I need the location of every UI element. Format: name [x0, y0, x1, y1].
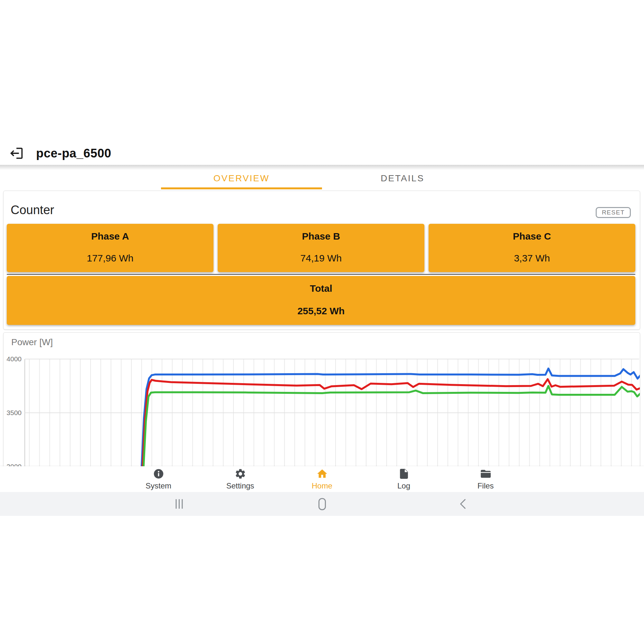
tab-overview[interactable]: OVERVIEW	[161, 169, 322, 189]
nav-label: Home	[312, 481, 332, 490]
document-icon	[398, 468, 410, 480]
phase-tile-a: Phase A177,96 Wh	[7, 224, 213, 272]
gear-icon	[234, 468, 246, 480]
row-divider	[7, 274, 635, 275]
nav-label: System	[146, 481, 171, 490]
android-system-bar	[0, 492, 644, 516]
power-chart: 400035003000	[4, 333, 640, 467]
nav-item-home[interactable]: Home	[281, 466, 363, 492]
page-title: pce-pa_6500	[36, 147, 111, 160]
phase-value: 3,37 Wh	[514, 253, 550, 264]
back-exit-icon[interactable]	[9, 146, 24, 161]
recent-apps-icon[interactable]	[173, 497, 186, 511]
phase-value: 74,19 Wh	[300, 253, 342, 264]
home-icon	[316, 468, 328, 480]
counter-title: Counter	[11, 203, 54, 217]
app-bar: pce-pa_6500	[0, 142, 644, 165]
total-label: Total	[310, 283, 332, 294]
svg-text:3500: 3500	[6, 409, 22, 416]
nav-label: Log	[397, 481, 410, 490]
series-green-line	[143, 386, 640, 467]
phase-tiles-row: Phase A177,96 WhPhase B74,19 WhPhase C3,…	[7, 224, 635, 272]
phase-value: 177,96 Wh	[87, 253, 133, 264]
svg-text:4000: 4000	[6, 355, 22, 363]
phase-label: Phase C	[513, 231, 551, 242]
total-tile: Total 255,52 Wh	[7, 276, 635, 325]
app-screen: pce-pa_6500 OVERVIEWDETAILS Counter RESE…	[0, 0, 644, 644]
nav-item-settings[interactable]: Settings	[199, 466, 281, 492]
folder-icon	[480, 468, 492, 480]
info-icon	[153, 468, 165, 480]
home-pill-icon[interactable]	[315, 497, 329, 511]
nav-item-log[interactable]: Log	[363, 466, 445, 492]
counter-card: Counter RESET Phase A177,96 WhPhase B74,…	[3, 191, 640, 330]
tab-bar: OVERVIEWDETAILS	[161, 169, 483, 189]
phase-label: Phase B	[302, 231, 340, 242]
reset-button[interactable]: RESET	[596, 207, 631, 218]
nav-label: Settings	[226, 481, 254, 490]
phase-label: Phase A	[91, 231, 129, 242]
phase-tile-c: Phase C3,37 Wh	[429, 224, 635, 272]
power-chart-card: Power [W] 400035003000	[3, 332, 640, 467]
back-chevron-icon[interactable]	[457, 497, 470, 511]
nav-label: Files	[478, 481, 494, 490]
tab-details[interactable]: DETAILS	[322, 169, 483, 189]
nav-item-system[interactable]: System	[118, 466, 199, 492]
total-value: 255,52 Wh	[298, 306, 345, 317]
nav-item-files[interactable]: Files	[445, 466, 526, 492]
phase-tile-b: Phase B74,19 Wh	[218, 224, 424, 272]
bottom-nav-bar: SystemSettingsHomeLogFiles	[0, 466, 644, 492]
